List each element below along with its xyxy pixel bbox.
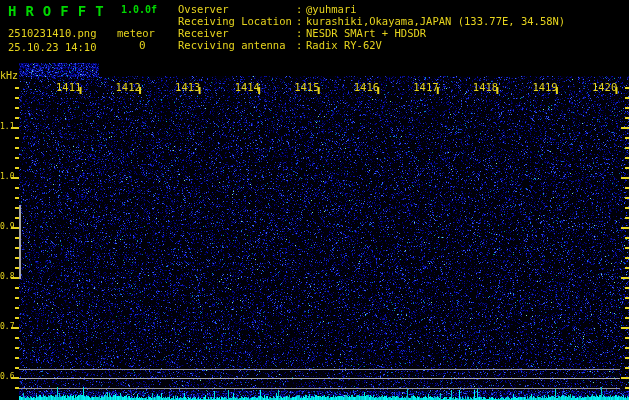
info-sep: : [296, 39, 306, 51]
time-tick-label: 1420 [592, 81, 617, 93]
info-label: Recviving antenna [178, 39, 296, 51]
time-tick-label: 1414 [235, 81, 260, 93]
freq-tick-label: 1.1 [0, 122, 14, 131]
time-tick-label: 1416 [354, 81, 379, 93]
freq-tick-label: 0.6 [0, 372, 14, 381]
freq-tick-label: 0.9 [0, 222, 14, 231]
freq-axis-labels: 1.11.00.90.80.70.6 [0, 0, 20, 400]
time-axis-labels: 1411141214131414141514161417141814191420 [0, 0, 629, 20]
info-row: Recviving antenna:Radix RY-62V [178, 39, 382, 51]
info-row: Receiver:NESDR SMArt + HDSDR [178, 27, 426, 39]
time-tick-label: 1411 [56, 81, 81, 93]
freq-tick-label: 0.7 [0, 322, 14, 331]
time-tick-label: 1418 [473, 81, 498, 93]
info-value: Radix RY-62V [306, 39, 382, 51]
freq-tick-label: 1.0 [0, 172, 14, 181]
freq-tick-label: 0.8 [0, 272, 14, 281]
time-tick-label: 1417 [413, 81, 438, 93]
time-tick-label: 1419 [532, 81, 557, 93]
info-label: Receiver [178, 27, 296, 39]
time-tick-label: 1412 [116, 81, 141, 93]
info-value: NESDR SMArt + HDSDR [306, 27, 426, 39]
info-sep: : [296, 27, 306, 39]
spectrogram-waterfall-canvas [0, 0, 629, 400]
time-tick-label: 1415 [294, 81, 319, 93]
time-tick-label: 1413 [175, 81, 200, 93]
hrofft-output-window: HROFFT 1.0.0f 2510231410.png meteor 25.1… [0, 0, 629, 400]
